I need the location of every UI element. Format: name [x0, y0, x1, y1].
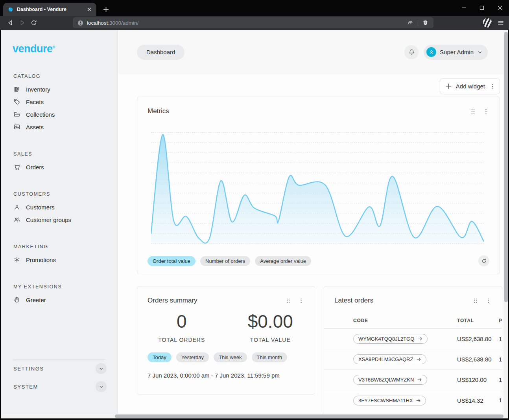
drag-handle-icon[interactable] — [470, 108, 476, 115]
back-button[interactable] — [5, 17, 17, 29]
latest-orders-table: CODE TOTAL PLACED AT WYMGK4TQQ8JL2TGQ US… — [324, 312, 502, 411]
kebab-menu-icon[interactable] — [483, 108, 489, 115]
tab-order-total-value[interactable]: Order total value — [148, 256, 195, 266]
section-label-catalog: CATALOG — [13, 73, 118, 79]
person-icon — [428, 49, 435, 55]
vendure-favicon-icon — [7, 6, 14, 13]
summary-filters: Today Yesterday This week This month — [148, 352, 315, 362]
date-range-text: 7 Jun 2023, 0:00:00 am - 7 Jun 2023, 11:… — [148, 372, 315, 379]
window-controls — [455, 0, 509, 16]
filter-yesterday[interactable]: Yesterday — [176, 352, 209, 362]
horizontal-scrollbar-thumb[interactable] — [115, 414, 503, 418]
collections-icon — [13, 111, 20, 118]
drag-handle-icon[interactable] — [285, 297, 291, 304]
reload-button[interactable] — [28, 17, 40, 29]
table-row: 3FY7FSCWSHMA11HX US$14.32 1 day ago — [324, 390, 502, 411]
refresh-button[interactable] — [478, 255, 489, 266]
dashboard-content: Add widget Metrics — [118, 74, 503, 414]
user-menu-button[interactable]: Super Admin — [424, 45, 488, 60]
arrow-right-icon — [417, 336, 422, 341]
total-value-value: $0.00 — [226, 311, 315, 332]
section-label-marketing: MARKETING — [13, 244, 118, 249]
metrics-tabs: Order total value Number of orders Avera… — [148, 255, 489, 266]
order-code-link[interactable]: XSA9PD4LM3CGAQRZ — [353, 354, 426, 364]
greeter-icon — [13, 296, 20, 303]
user-avatar — [426, 47, 436, 57]
sidebar-item-promotions[interactable]: Promotions — [1, 253, 118, 266]
vertical-scrollbar[interactable] — [503, 30, 508, 414]
bell-icon — [408, 48, 415, 56]
nav-section-customers: CUSTOMERS Customers Customer groups — [1, 191, 118, 226]
horizontal-scrollbar[interactable] — [1, 414, 508, 418]
sidebar-section-system[interactable]: SYSTEM — [1, 378, 118, 396]
divider — [418, 20, 418, 26]
browser-menu-icon[interactable] — [497, 19, 504, 26]
inventory-icon — [13, 86, 20, 93]
sidebar-bottom: SETTINGS SYSTEM — [1, 359, 118, 396]
sidebar: vendure® CATALOG Inventory Facets Collec… — [1, 30, 118, 414]
vertical-scrollbar-thumb[interactable] — [504, 32, 508, 302]
filter-today[interactable]: Today — [148, 352, 172, 362]
kebab-menu-icon[interactable] — [489, 83, 496, 90]
user-name: Super Admin — [440, 49, 474, 55]
metrics-widget: Metrics — [137, 97, 500, 274]
sidebar-item-facets[interactable]: Facets — [1, 95, 118, 108]
notifications-button[interactable] — [404, 45, 419, 59]
window-close-button[interactable] — [491, 0, 509, 16]
sidebar-item-customers[interactable]: Customers — [1, 201, 118, 213]
customers-icon — [13, 204, 20, 211]
order-total: US$120.00 — [457, 376, 499, 383]
sidebar-item-collections[interactable]: Collections — [1, 108, 118, 121]
column-header-code: CODE — [353, 318, 457, 323]
customer-groups-icon — [13, 216, 20, 223]
plus-icon — [446, 83, 452, 89]
tab-average-order-value[interactable]: Average order value — [255, 256, 311, 266]
nav-section-marketing: MARKETING Promotions — [1, 244, 118, 266]
browser-tab[interactable]: Dashboard • Vendure — [3, 3, 96, 16]
latest-orders-widget: Latest orders CODE TOTAL PLACED AT — [324, 286, 502, 414]
chevron-down-icon[interactable] — [96, 381, 107, 392]
main-area: Dashboard Super Admin Add widget — [118, 30, 503, 414]
url-text: localhost:3000/admin/ — [87, 20, 403, 26]
filter-this-month[interactable]: This month — [252, 352, 287, 362]
arrow-right-icon — [416, 357, 421, 362]
window-minimize-button[interactable] — [455, 0, 473, 16]
new-tab-button[interactable] — [103, 7, 109, 13]
forward-button[interactable] — [17, 17, 28, 29]
table-row: WYMGK4TQQ8JL2TGQ US$2,638.80 11 hrs ago — [324, 329, 502, 349]
order-code-link[interactable]: V3T6BW8ZQLWMYZKN — [353, 375, 427, 385]
chevron-down-icon[interactable] — [96, 363, 107, 374]
table-row: V3T6BW8ZQLWMYZKN US$120.00 1 day ago — [324, 370, 502, 390]
kebab-menu-icon[interactable] — [298, 297, 304, 304]
filter-this-week[interactable]: This week — [214, 352, 247, 362]
order-code-link[interactable]: WYMGK4TQQ8JL2TGQ — [353, 334, 428, 344]
nav-section-my-extensions: MY EXTENSIONS Greeter — [1, 284, 118, 306]
window-maximize-button[interactable] — [473, 0, 491, 16]
site-info-icon[interactable] — [77, 20, 83, 26]
nav-section-sales: SALES Orders — [1, 151, 118, 173]
breadcrumb[interactable]: Dashboard — [137, 45, 184, 60]
page-header: Dashboard Super Admin — [118, 30, 503, 74]
sidebar-section-settings[interactable]: SETTINGS — [1, 359, 118, 378]
latest-orders-title: Latest orders — [334, 297, 472, 304]
add-widget-button[interactable]: Add widget — [440, 78, 500, 94]
share-icon[interactable] — [407, 19, 414, 26]
tab-close-icon[interactable] — [86, 6, 93, 13]
total-orders-label: TOTAL ORDERS — [137, 337, 226, 343]
kebab-menu-icon[interactable] — [485, 297, 492, 304]
tab-title: Dashboard • Vendure — [17, 7, 83, 12]
brave-shield-icon[interactable] — [422, 20, 429, 26]
address-bar[interactable]: localhost:3000/admin/ — [73, 17, 433, 28]
orders-summary-widget: Orders summary 0 TOTAL ORDERS $0.00 — [137, 286, 315, 394]
sidebar-item-greeter[interactable]: Greeter — [1, 293, 118, 306]
browser-profile-avatar[interactable] — [482, 18, 492, 28]
vendure-logo[interactable]: vendure® — [13, 43, 118, 55]
order-code-link[interactable]: 3FY7FSCWSHMA11HX — [353, 396, 426, 405]
browser-tabstrip: Dashboard • Vendure — [0, 0, 509, 16]
tab-number-of-orders[interactable]: Number of orders — [200, 256, 250, 266]
sidebar-item-customer-groups[interactable]: Customer groups — [1, 213, 118, 226]
sidebar-item-assets[interactable]: Assets — [1, 121, 118, 133]
drag-handle-icon[interactable] — [472, 297, 479, 304]
sidebar-item-orders[interactable]: Orders — [1, 161, 118, 173]
sidebar-item-inventory[interactable]: Inventory — [1, 83, 118, 95]
